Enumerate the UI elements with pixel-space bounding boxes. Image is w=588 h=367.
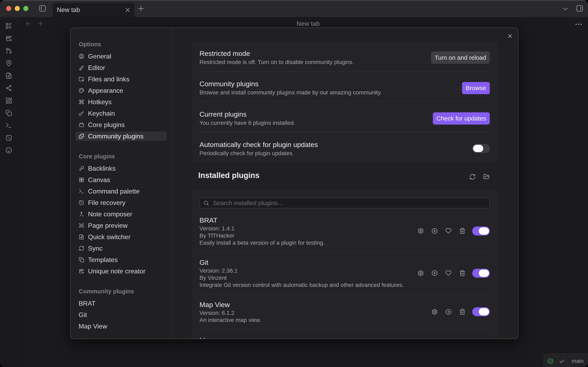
copy-icon [79,257,84,263]
heart-icon[interactable] [445,228,452,234]
tab-bar: New tab [0,0,588,17]
trash-icon[interactable] [459,309,466,315]
refresh-icon[interactable] [469,174,476,180]
dice-icon[interactable] [5,134,12,141]
plugin-description: An interactive map view. [199,317,261,324]
plugin-search-input[interactable] [213,200,486,207]
setting-row-community-plugins: Community plugins Browse and install com… [199,71,490,101]
git-branch-label[interactable]: main [572,358,584,364]
note-stack-plus-icon [79,268,84,274]
plus-circle-icon[interactable] [432,270,438,276]
key-icon [79,110,84,116]
nav-item-map-view[interactable]: Map View [75,322,167,331]
layout-list-icon[interactable] [5,22,12,29]
browse-button[interactable]: Browse [462,82,490,94]
turn-on-and-reload-button[interactable]: Turn on and reload [431,52,490,64]
trash-icon[interactable] [459,228,466,234]
setting-row-auto-check-updates: Automatically check for plugin updates P… [199,132,490,162]
smile-icon[interactable] [5,147,12,154]
nav-heading: Options [75,40,167,48]
settings-content: Restricted mode Restricted mode is off. … [173,28,518,339]
zoom-window-button[interactable] [23,6,28,11]
terminal-icon[interactable] [5,122,12,129]
nav-item-sync[interactable]: Sync [75,244,167,253]
plus-circle-icon[interactable] [432,228,438,234]
nav-item-core-plugins[interactable]: Core plugins [75,120,167,129]
nav-item-unique-note-creator[interactable]: Unique note creator [75,267,167,276]
nav-item-canvas[interactable]: Canvas [75,175,167,184]
share-nodes-icon[interactable] [5,85,12,92]
nav-item-community-plugins[interactable]: Community plugins [75,132,167,141]
plugin-enabled-toggle[interactable] [472,269,490,278]
tab-new-tab[interactable]: New tab [53,3,134,17]
close-window-button[interactable] [6,6,11,11]
folder-cog-icon [79,76,84,82]
git-pull-request-icon[interactable] [5,47,12,54]
plugin-enabled-toggle[interactable] [472,307,490,316]
right-sidebar-toggle-icon[interactable] [576,4,584,12]
plugin-name: M [199,336,205,339]
nav-item-editor[interactable]: Editor [75,63,167,72]
heart-icon[interactable] [445,270,452,276]
check-icon[interactable] [559,358,565,364]
copy-icon[interactable] [5,109,12,117]
nav-item-appearance[interactable]: Appearance [75,86,167,95]
setting-description: Browse and install community plugins mad… [199,89,382,97]
nav-item-quick-switcher[interactable]: Quick switcher [75,232,167,242]
plugin-name: Git [199,258,404,267]
nav-item-general[interactable]: General [75,52,167,61]
map-pin-icon[interactable] [5,60,12,67]
tab-close-icon[interactable] [125,7,131,13]
setting-info: Automatically check for plugin updates P… [199,140,318,157]
more-options-icon[interactable] [575,21,582,28]
nav-item-label: Community plugins [88,133,144,140]
modal-close-icon[interactable] [507,33,513,39]
toggle-knob [479,308,489,315]
nav-item-keychain[interactable]: Keychain [75,109,167,118]
nav-item-label: Unique note creator [88,267,145,275]
nav-item-page-preview[interactable]: Page preview [75,221,167,230]
nav-item-backlinks[interactable]: Backlinks [75,164,167,173]
nav-item-files-and-links[interactable]: Files and links [75,75,167,84]
nav-item-label: Templates [88,256,118,264]
nav-item-note-composer[interactable]: Note composer [75,209,167,219]
nav-item-hotkeys[interactable]: Hotkeys [75,97,167,107]
nav-item-brat[interactable]: BRAT [75,299,167,308]
plugin-enabled-toggle[interactable] [472,226,490,235]
nav-section-core-plugins: Core plugins Backlinks Canvas Command pa… [75,152,167,276]
folder-open-icon[interactable] [483,174,490,180]
plugin-version: Version: 1.4.1 [199,225,325,232]
setting-name: Current plugins [199,110,295,119]
nav-item-git[interactable]: Git [75,310,167,319]
tab-list-chevron-icon[interactable] [562,6,569,12]
settings-nav: Options General Editor Files and links [70,28,173,339]
view-title: New tab [28,20,588,27]
file-search-icon[interactable] [5,72,12,79]
nav-item-command-palette[interactable]: Command palette [75,187,167,196]
refresh-icon [79,245,84,251]
auto-check-updates-toggle[interactable] [472,144,490,153]
installed-plugins-heading: Installed plugins [198,171,259,180]
plugin-author: By TfTHacker [199,232,325,239]
setting-description: Periodically check for plugin updates. [199,149,318,157]
trash-icon[interactable] [459,270,466,276]
nav-item-label: Core plugins [88,121,125,129]
nav-item-label: BRAT [79,300,95,307]
new-tab-button[interactable] [137,5,145,12]
gear-icon[interactable] [417,270,424,276]
gear-icon[interactable] [417,228,424,234]
nav-item-file-recovery[interactable]: File recovery [75,198,167,207]
note-stack-plus-icon[interactable] [5,35,12,42]
obsidian-window: New tab New tab [0,0,588,367]
nav-item-label: Map View [79,323,107,330]
minimize-window-button[interactable] [15,6,20,11]
installed-plugins-card: BRAT Version: 1.4.1 By TfTHacker Easily … [191,189,498,339]
nav-item-templates[interactable]: Templates [75,255,167,264]
layout-dashboard-icon[interactable] [5,97,12,104]
check-circle-icon[interactable] [547,358,553,364]
gear-icon[interactable] [432,309,438,315]
plus-circle-icon[interactable] [445,309,452,315]
check-for-updates-button[interactable]: Check for updates [433,112,490,125]
left-sidebar-toggle-icon[interactable] [39,4,46,12]
status-bar: main [544,354,588,367]
